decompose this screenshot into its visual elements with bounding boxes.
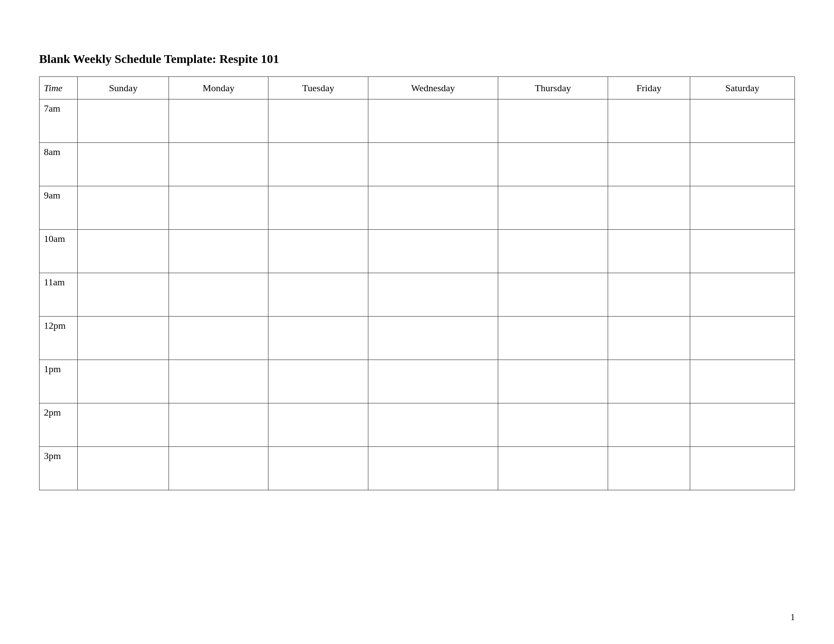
schedule-cell[interactable] <box>690 360 794 403</box>
time-cell-1pm: 1pm <box>40 360 78 403</box>
schedule-cell[interactable] <box>169 99 268 143</box>
table-row: 10am <box>40 230 795 273</box>
schedule-cell[interactable] <box>368 273 498 317</box>
schedule-cell[interactable] <box>169 360 268 403</box>
schedule-cell[interactable] <box>368 403 498 447</box>
page-title: Blank Weekly Schedule Template: Respite … <box>39 52 795 66</box>
time-cell-7am: 7am <box>40 99 78 143</box>
schedule-cell[interactable] <box>268 99 368 143</box>
schedule-cell[interactable] <box>78 360 169 403</box>
schedule-cell[interactable] <box>268 360 368 403</box>
header-tuesday: Tuesday <box>268 77 368 99</box>
time-cell-3pm: 3pm <box>40 447 78 490</box>
table-row: 2pm <box>40 403 795 447</box>
schedule-cell[interactable] <box>78 230 169 273</box>
table-row: 7am <box>40 99 795 143</box>
schedule-cell[interactable] <box>268 447 368 490</box>
schedule-cell[interactable] <box>498 447 608 490</box>
schedule-cell[interactable] <box>608 273 690 317</box>
schedule-cell[interactable] <box>268 230 368 273</box>
table-header-row: Time Sunday Monday Tuesday Wednesday Thu… <box>40 77 795 99</box>
header-monday: Monday <box>169 77 268 99</box>
schedule-cell[interactable] <box>690 230 794 273</box>
schedule-cell[interactable] <box>608 230 690 273</box>
schedule-cell[interactable] <box>169 186 268 230</box>
table-row: 12pm <box>40 317 795 360</box>
schedule-cell[interactable] <box>608 99 690 143</box>
schedule-cell[interactable] <box>268 403 368 447</box>
schedule-cell[interactable] <box>498 99 608 143</box>
header-wednesday: Wednesday <box>368 77 498 99</box>
schedule-cell[interactable] <box>368 186 498 230</box>
schedule-cell[interactable] <box>608 360 690 403</box>
schedule-cell[interactable] <box>690 447 794 490</box>
schedule-cell[interactable] <box>78 403 169 447</box>
schedule-table: Time Sunday Monday Tuesday Wednesday Thu… <box>39 76 795 490</box>
schedule-cell[interactable] <box>498 186 608 230</box>
schedule-cell[interactable] <box>78 273 169 317</box>
schedule-cell[interactable] <box>690 186 794 230</box>
table-row: 11am <box>40 273 795 317</box>
schedule-cell[interactable] <box>78 186 169 230</box>
schedule-cell[interactable] <box>368 447 498 490</box>
schedule-cell[interactable] <box>690 99 794 143</box>
schedule-cell[interactable] <box>368 360 498 403</box>
page-number: 1 <box>791 612 795 622</box>
header-saturday: Saturday <box>690 77 794 99</box>
schedule-cell[interactable] <box>78 99 169 143</box>
header-sunday: Sunday <box>78 77 169 99</box>
schedule-cell[interactable] <box>78 447 169 490</box>
schedule-cell[interactable] <box>608 186 690 230</box>
schedule-cell[interactable] <box>608 317 690 360</box>
schedule-cell[interactable] <box>498 230 608 273</box>
schedule-cell[interactable] <box>690 317 794 360</box>
schedule-cell[interactable] <box>268 186 368 230</box>
schedule-cell[interactable] <box>78 317 169 360</box>
header-thursday: Thursday <box>498 77 608 99</box>
page-container: Blank Weekly Schedule Template: Respite … <box>0 0 834 644</box>
schedule-cell[interactable] <box>268 143 368 186</box>
schedule-cell[interactable] <box>368 317 498 360</box>
time-cell-12pm: 12pm <box>40 317 78 360</box>
schedule-cell[interactable] <box>608 403 690 447</box>
schedule-cell[interactable] <box>169 273 268 317</box>
schedule-cell[interactable] <box>498 360 608 403</box>
schedule-cell[interactable] <box>268 317 368 360</box>
time-cell-2pm: 2pm <box>40 403 78 447</box>
schedule-cell[interactable] <box>169 230 268 273</box>
header-friday: Friday <box>608 77 690 99</box>
schedule-cell[interactable] <box>268 273 368 317</box>
time-cell-9am: 9am <box>40 186 78 230</box>
schedule-cell[interactable] <box>608 143 690 186</box>
header-time: Time <box>40 77 78 99</box>
schedule-cell[interactable] <box>169 143 268 186</box>
schedule-cell[interactable] <box>169 403 268 447</box>
schedule-cell[interactable] <box>690 403 794 447</box>
schedule-cell[interactable] <box>690 143 794 186</box>
schedule-cell[interactable] <box>368 230 498 273</box>
schedule-cell[interactable] <box>690 273 794 317</box>
schedule-cell[interactable] <box>498 317 608 360</box>
schedule-cell[interactable] <box>498 143 608 186</box>
schedule-cell[interactable] <box>608 447 690 490</box>
time-cell-8am: 8am <box>40 143 78 186</box>
schedule-cell[interactable] <box>169 447 268 490</box>
schedule-cell[interactable] <box>78 143 169 186</box>
time-cell-11am: 11am <box>40 273 78 317</box>
schedule-cell[interactable] <box>169 317 268 360</box>
table-row: 9am <box>40 186 795 230</box>
schedule-cell[interactable] <box>368 99 498 143</box>
table-row: 3pm <box>40 447 795 490</box>
time-cell-10am: 10am <box>40 230 78 273</box>
schedule-cell[interactable] <box>498 273 608 317</box>
schedule-cell[interactable] <box>498 403 608 447</box>
table-row: 1pm <box>40 360 795 403</box>
schedule-cell[interactable] <box>368 143 498 186</box>
table-row: 8am <box>40 143 795 186</box>
